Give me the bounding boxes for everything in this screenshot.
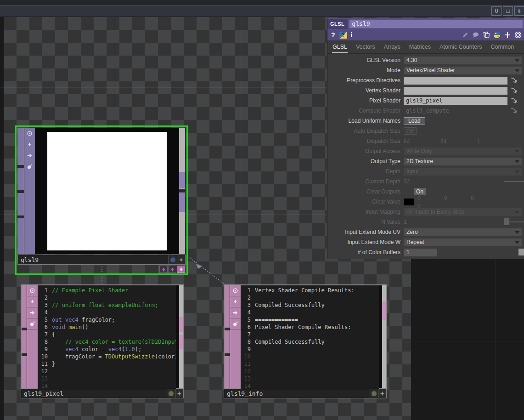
export-arrow-icon[interactable]	[230, 307, 241, 318]
node-input-connectors[interactable]	[22, 285, 27, 388]
node-input-connectors[interactable]	[225, 285, 230, 388]
dat-text-viewer[interactable]: 1Vertex Shader Compile Results:23Compile…	[241, 285, 379, 389]
code-line: 12	[38, 368, 176, 375]
help-icon[interactable]: ?	[331, 31, 335, 39]
dock-up-button[interactable]	[168, 266, 176, 273]
param-row-clear-value: Clear Value0000	[327, 197, 524, 207]
maximize-button[interactable]: □	[503, 6, 513, 16]
param-label: GLSL Version	[327, 57, 404, 63]
code-right-gutter	[176, 285, 179, 388]
node-name: glsl9_pixel	[21, 390, 167, 397]
language-icon[interactable]	[514, 31, 522, 39]
viewer-circle-icon[interactable]	[24, 128, 35, 139]
node-glsl9-pixel-name-row[interactable]: glsl9_pixel	[21, 389, 184, 398]
dock-down-button[interactable]	[177, 266, 185, 273]
lightning-icon[interactable]	[230, 296, 241, 307]
viewer-toggle-button[interactable]	[370, 389, 378, 398]
viewer-circle-icon[interactable]	[230, 285, 241, 296]
tab-common[interactable]: Common	[490, 44, 514, 53]
lightning-icon[interactable]	[27, 296, 38, 307]
node-glsl9-body[interactable]	[17, 128, 186, 254]
timeline-strip	[0, 0, 524, 6]
plus-icon[interactable]	[504, 31, 511, 39]
param-label: Clear Outputs	[327, 188, 404, 195]
tab-atomic-counters[interactable]: Atomic Counters	[439, 44, 482, 53]
node-glsl9-info[interactable]: 1Vertex Shader Compile Results:23Compile…	[224, 284, 387, 389]
param-menu-depth[interactable]: Input	[404, 168, 522, 176]
bomb-icon[interactable]	[230, 318, 241, 329]
dat-code-viewer[interactable]: 1// Example Pixel Shader23// uniform flo…	[38, 285, 176, 389]
node-input-connectors[interactable]	[17, 128, 24, 254]
param-field-pixel-shader[interactable]: glsl9_pixel	[404, 97, 507, 105]
node-output-connectors[interactable]	[382, 285, 386, 388]
param-field--of-color-buffers[interactable]: 1	[404, 249, 437, 256]
node-output-connectors[interactable]	[179, 285, 183, 388]
slider-track[interactable]	[504, 181, 524, 182]
parameter-rows: GLSL Version4.30ModeVertex/Pixel ShaderP…	[327, 55, 524, 257]
slider-handle[interactable]	[504, 218, 509, 225]
param-value-custom-depth[interactable]: 32	[404, 178, 425, 185]
tab-glsl[interactable]: GLSL	[332, 44, 348, 53]
code-line: 3Compiled Successfully	[241, 301, 379, 309]
info-icon[interactable]: i	[351, 31, 353, 39]
dat-reference-arrow-icon[interactable]	[510, 108, 518, 114]
node-glsl9-viewer[interactable]	[35, 128, 179, 254]
param-label: Dispatch Size	[327, 138, 404, 144]
param-menu-input-mapping[interactable]: All Inputs to Every Slice	[404, 208, 522, 216]
tab-matrices[interactable]: Matrices	[409, 44, 431, 53]
python-icon[interactable]	[493, 31, 501, 39]
node-add-button[interactable]	[378, 389, 386, 398]
pencil-icon[interactable]	[462, 31, 469, 39]
python-help-icon[interactable]: ?	[339, 32, 347, 39]
param-row-compute-shader: Compute Shaderglsl9_compute	[327, 106, 524, 116]
node-glsl9-selection-frame[interactable]: glsl9	[15, 125, 188, 275]
param-menu-glsl-version[interactable]: 4.30	[404, 57, 522, 64]
param-button-load-uniform-names[interactable]: Load	[404, 117, 425, 125]
viewer-toggle-button[interactable]	[167, 389, 175, 398]
param-menu-input-extend-mode-uv[interactable]: Zero	[404, 228, 522, 236]
node-flag-column[interactable]	[27, 285, 38, 388]
comment-icon[interactable]	[472, 31, 479, 39]
export-arrow-icon[interactable]	[24, 150, 35, 161]
code-line: 6void main()	[38, 324, 176, 331]
param-toggle-auto-dispatch-size[interactable]: Off	[404, 127, 417, 135]
param-field-preprocess-directives[interactable]	[404, 77, 507, 85]
tab-arrays[interactable]: Arrays	[383, 44, 401, 53]
minimize-arrow-button[interactable]: ⇩	[514, 6, 524, 16]
node-glsl9-pixel[interactable]: 1// Example Pixel Shader23// uniform flo…	[21, 284, 184, 389]
dat-reference-arrow-icon[interactable]	[510, 87, 518, 94]
bomb-icon[interactable]	[27, 318, 38, 329]
lightning-icon[interactable]	[24, 139, 35, 150]
node-flag-column[interactable]	[230, 285, 241, 388]
operator-name-field[interactable]: glsl9	[349, 20, 523, 28]
color-swatch[interactable]	[404, 199, 414, 205]
copy-icon[interactable]	[483, 31, 490, 39]
node-add-button[interactable]	[177, 255, 185, 264]
dat-reference-arrow-icon[interactable]	[510, 77, 518, 84]
code-line: 11}	[38, 360, 176, 368]
viewer-circle-icon[interactable]	[27, 285, 38, 296]
node-flag-column[interactable]	[24, 128, 35, 254]
param-field-vertex-shader[interactable]	[404, 87, 507, 95]
node-add-button[interactable]	[175, 389, 183, 398]
dock-up-button[interactable]	[159, 266, 168, 273]
param-menu-input-extend-mode-w[interactable]: Repeat	[404, 238, 522, 246]
export-arrow-icon[interactable]	[27, 307, 38, 318]
bomb-icon[interactable]	[24, 161, 35, 172]
param-menu-output-type[interactable]: 2D Texture	[404, 158, 522, 165]
code-line: 3// uniform float exampleUniform;	[38, 301, 176, 309]
tab-vectors[interactable]: Vectors	[355, 44, 376, 53]
slider-handle[interactable]	[518, 249, 524, 255]
param-menu-mode[interactable]: Vertex/Pixel Shader	[404, 67, 522, 74]
param-field-compute-shader[interactable]: glsl9_compute	[404, 107, 507, 115]
zero-button[interactable]: 0	[491, 6, 501, 16]
dat-reference-arrow-icon[interactable]	[510, 97, 518, 104]
param-value-n-value[interactable]: 1	[404, 219, 425, 225]
param-label: Load Uniform Names	[327, 118, 404, 124]
param-menu-output-access[interactable]: Write Only	[404, 148, 522, 155]
node-output-connectors[interactable]	[179, 128, 185, 254]
param-values-dispatch-size[interactable]: 64641	[404, 137, 514, 145]
node-glsl9-name-row[interactable]: glsl9	[17, 255, 186, 265]
viewer-toggle-button[interactable]	[169, 255, 177, 264]
node-glsl9-info-name-row[interactable]: glsl9_info	[224, 389, 387, 398]
